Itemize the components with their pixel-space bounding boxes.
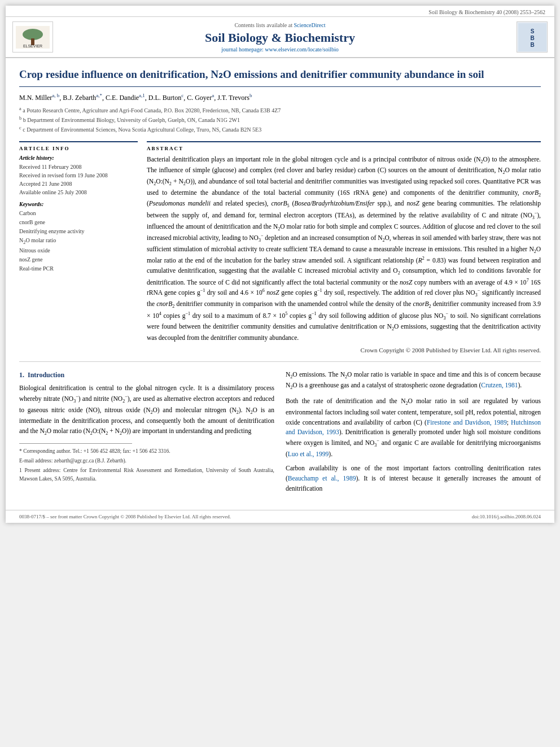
footnote-email: E-mail address: zebarth@agr.gc.ca (B.J. …: [19, 457, 274, 465]
received1: Received 11 February 2008: [19, 163, 138, 171]
article-info-label: ARTICLE INFO: [19, 146, 138, 151]
intro-left-col: 1. Introduction Biological denitrificati…: [19, 370, 274, 499]
homepage-link[interactable]: journal homepage: www.elsevier.com/locat…: [221, 46, 339, 53]
keywords-section: Keywords: Carbon cnorB gene Denitrifying…: [19, 201, 138, 273]
intro-right-para-2: Both the rate of denitrification and the…: [286, 396, 541, 459]
affiliations: a a Potato Research Centre, Agriculture …: [19, 106, 541, 134]
keyword-4: N2O molar ratio: [19, 236, 138, 246]
article-title: Crop residue influence on denitrificatio…: [19, 67, 541, 87]
homepage-line: journal homepage: www.elsevier.com/locat…: [58, 46, 502, 53]
abstract-label: ABSTRACT: [147, 146, 541, 151]
firestone-davidson-ref[interactable]: Firestone and Davidson, 1989: [427, 419, 507, 426]
logo-right: S B B: [502, 21, 548, 53]
authors-line: M.N. Millera, b, B.J. Zebartha,*, C.E. D…: [19, 93, 541, 102]
elsevier-tree-icon: ELSEVIER: [16, 26, 50, 49]
section-heading: 1. Introduction: [19, 370, 274, 381]
bottom-bar: 0038-0717/$ – see front matter Crown Cop…: [6, 510, 554, 523]
article-history: Article history: Received 11 February 20…: [19, 155, 138, 196]
journal-center-info: Contents lists available at ScienceDirec…: [58, 22, 502, 53]
keyword-7: Real-time PCR: [19, 264, 138, 273]
footnote-divider: [19, 443, 132, 444]
received2: Received in revised form 19 June 2008: [19, 171, 138, 180]
keyword-6: nosZ gene: [19, 255, 138, 264]
elsevier-logo: ELSEVIER: [12, 21, 58, 53]
citation-text: Soil Biology & Biochemistry 40 (2008) 25…: [428, 9, 545, 15]
top-citation-bar: Soil Biology & Biochemistry 40 (2008) 25…: [6, 6, 554, 17]
accepted: Accepted 21 June 2008: [19, 180, 138, 188]
affiliation-b: b b Department of Environmental Biology,…: [19, 115, 541, 124]
page: Soil Biology & Biochemistry 40 (2008) 25…: [6, 6, 554, 523]
intro-left-para: Biological denitrification is central to…: [19, 383, 274, 438]
footnote-1: * Corresponding author. Tel.: +1 506 452…: [19, 447, 274, 455]
elsevier-logo-box: ELSEVIER: [12, 21, 53, 53]
article-content: Crop residue influence on denitrificatio…: [6, 58, 554, 510]
svg-text:B: B: [530, 35, 534, 41]
sciencedirect-line: Contents lists available at ScienceDirec…: [58, 22, 502, 28]
sbb-logo-box: S B B: [517, 21, 548, 53]
abstract-text: Bacterial denitrification plays an impor…: [147, 155, 541, 343]
abstract-copyright: Crown Copyright © 2008 Published by Else…: [147, 347, 541, 353]
keyword-2: cnorB gene: [19, 218, 138, 227]
introduction-section: 1. Introduction Biological denitrificati…: [19, 370, 541, 499]
keywords-label: Keywords:: [19, 201, 138, 207]
article-info-col: ARTICLE INFO Article history: Received 1…: [19, 141, 138, 353]
keyword-1: Carbon: [19, 209, 138, 218]
article-info-abstract-section: ARTICLE INFO Article history: Received 1…: [19, 141, 541, 353]
journal-header: ELSEVIER Contents lists available at Sci…: [6, 17, 554, 58]
intro-right-para-3: Carbon availability is one of the most i…: [286, 464, 541, 493]
affiliation-c: c c Department of Environmental Sciences…: [19, 125, 541, 134]
journal-title: Soil Biology & Biochemistry: [58, 30, 502, 45]
svg-text:B: B: [530, 42, 534, 48]
affiliation-a: a a Potato Research Centre, Agriculture …: [19, 106, 541, 115]
svg-text:S: S: [530, 28, 534, 34]
luo-ref[interactable]: Luo et al., 1999: [288, 451, 329, 457]
available-online: Available online 25 July 2008: [19, 188, 138, 196]
history-label: Article history:: [19, 155, 138, 161]
issn-text: 0038-0717/$ – see front matter Crown Cop…: [19, 514, 231, 519]
doi-text: doi:10.1016/j.soilbio.2008.06.024: [472, 514, 541, 519]
beauchamp-ref[interactable]: Beauchamp et al., 1989: [288, 475, 356, 482]
intro-right-para-1: N2O emissions. The N2O molar ratio is va…: [286, 370, 541, 392]
footnote-2: 1 Present address: Centre for Environmen…: [19, 466, 274, 483]
intro-right-col: N2O emissions. The N2O molar ratio is va…: [286, 370, 541, 499]
svg-text:ELSEVIER: ELSEVIER: [23, 44, 42, 48]
keyword-5: Nitrous oxide: [19, 246, 138, 255]
sbb-logo-icon: S B B: [518, 23, 546, 51]
keyword-3: Denitrifying enzyme activity: [19, 227, 138, 236]
crutzen-ref[interactable]: Crutzen, 1981: [481, 382, 518, 388]
section-divider: [19, 361, 541, 362]
sciencedirect-link[interactable]: ScienceDirect: [294, 22, 325, 28]
abstract-col: ABSTRACT Bacterial denitrification plays…: [147, 141, 541, 353]
